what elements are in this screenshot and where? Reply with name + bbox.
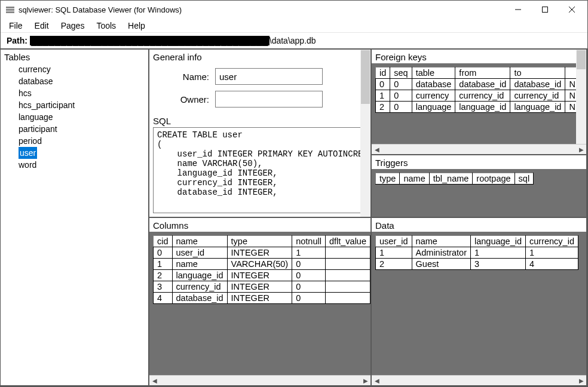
trig-col-sql[interactable]: sql <box>514 173 534 185</box>
data-col-currid[interactable]: currency_id <box>526 236 578 247</box>
fk-col-seq[interactable]: seq <box>390 67 412 79</box>
path-redacted: ████████████████████████████████████████ <box>30 36 270 45</box>
fk-col-from[interactable]: from <box>455 67 510 79</box>
trig-col-name[interactable]: name <box>400 173 429 185</box>
table-item[interactable]: language <box>17 111 146 123</box>
fk-col-to[interactable]: to <box>510 67 565 79</box>
col-type[interactable]: type <box>227 236 292 247</box>
trig-col-rootpage[interactable]: rootpage <box>473 173 514 185</box>
col-name[interactable]: name <box>172 236 227 247</box>
path-tail: \data\app.db <box>270 36 316 45</box>
svg-rect-4 <box>542 7 547 13</box>
sql-label: SQL <box>149 116 370 127</box>
data-heading: Data <box>372 218 586 232</box>
columns-row[interactable]: 3currency_idINTEGER0 <box>154 281 370 293</box>
data-pane: Data user_id name language_id currency_i… <box>372 218 586 385</box>
window-controls <box>504 1 585 19</box>
owner-input[interactable] <box>215 91 323 108</box>
path-label: Path: <box>7 36 27 45</box>
table-item[interactable]: hcs_participant <box>17 99 146 111</box>
app-window: sqlviewer: SQL Database Viewer (for Wind… <box>0 0 588 387</box>
tables-heading: Tables <box>1 50 148 63</box>
fk-vscroll[interactable] <box>576 50 586 144</box>
columns-grid[interactable]: cid name type notnull dflt_value 0user_i… <box>153 235 370 304</box>
fk-row[interactable]: 10currencycurrency_idcurrency_idN <box>376 90 580 102</box>
svg-rect-2 <box>6 11 14 13</box>
columns-pane: Columns cid name type notnull dflt_value… <box>149 218 370 385</box>
fk-row[interactable]: 20languagelanguage_idlanguage_idN <box>376 102 580 113</box>
fk-col-table[interactable]: table <box>412 67 455 79</box>
triggers-heading: Triggers <box>372 155 586 169</box>
table-item[interactable]: hcs <box>17 87 146 99</box>
col-cid[interactable]: cid <box>154 236 173 247</box>
data-hscroll[interactable]: ◀▶ <box>372 375 586 385</box>
sql-text[interactable]: CREATE TABLE user ( user_id INTEGER PRIM… <box>153 127 367 213</box>
fk-triggers-pane: Foreign keys id seq table from to <box>372 50 586 217</box>
triggers-grid[interactable]: type name tbl_name rootpage sql <box>375 173 534 185</box>
owner-label: Owner: <box>167 94 209 105</box>
table-item[interactable]: currency <box>17 63 146 75</box>
col-notnull[interactable]: notnull <box>292 236 326 247</box>
pathbar: Path: ██████████████████████████████████… <box>1 33 587 50</box>
name-label: Name: <box>167 72 209 82</box>
trig-col-type[interactable]: type <box>376 173 400 185</box>
table-item[interactable]: word <box>17 159 146 171</box>
name-input[interactable] <box>215 68 323 85</box>
data-grid[interactable]: user_id name language_id currency_id 1Ad… <box>375 235 578 270</box>
general-info-pane: General info Name: Owner: SQL CREATE TAB… <box>149 50 370 217</box>
menu-edit[interactable]: Edit <box>29 20 55 32</box>
columns-row[interactable]: 1nameVARCHAR(50)0 <box>154 259 370 270</box>
titlebar: sqlviewer: SQL Database Viewer (for Wind… <box>1 1 587 19</box>
window-title: sqlviewer: SQL Database Viewer (for Wind… <box>19 5 504 14</box>
menubar: File Edit Pages Tools Help <box>1 19 587 33</box>
menu-tools[interactable]: Tools <box>90 20 122 32</box>
menu-file[interactable]: File <box>3 20 29 32</box>
col-dflt[interactable]: dflt_value <box>325 236 370 247</box>
app-icon <box>5 5 15 14</box>
menu-help[interactable]: Help <box>122 20 151 32</box>
close-button[interactable] <box>558 1 585 19</box>
maximize-button[interactable] <box>531 1 558 19</box>
data-col-name[interactable]: name <box>412 236 470 247</box>
workspace: Tables currency database hcs hcs_partici… <box>1 50 587 386</box>
data-row[interactable]: 1Administrator11 <box>376 247 578 259</box>
table-item-selected[interactable]: user <box>19 147 37 159</box>
general-heading: General info <box>149 50 370 63</box>
table-item[interactable]: database <box>17 75 146 87</box>
data-row[interactable]: 2Guest34 <box>376 259 578 270</box>
columns-hscroll[interactable]: ◀▶ <box>149 375 370 385</box>
fk-row[interactable]: 00databasedatabase_iddatabase_idN <box>376 79 580 90</box>
menu-pages[interactable]: Pages <box>55 20 91 32</box>
fk-grid[interactable]: id seq table from to 00databasedatabase_… <box>375 67 580 113</box>
fk-hscroll[interactable]: ◀▶ <box>372 144 586 154</box>
columns-row[interactable]: 4database_idINTEGER0 <box>154 293 370 304</box>
data-col-langid[interactable]: language_id <box>470 236 525 247</box>
minimize-button[interactable] <box>504 1 531 19</box>
fk-col-id[interactable]: id <box>376 67 390 79</box>
tables-pane: Tables currency database hcs hcs_partici… <box>1 50 148 385</box>
columns-row[interactable]: 2language_idINTEGER0 <box>154 270 370 281</box>
data-col-userid[interactable]: user_id <box>376 236 412 247</box>
columns-row[interactable]: 0user_idINTEGER1 <box>154 247 370 259</box>
table-item[interactable]: participant <box>17 123 146 135</box>
table-item[interactable]: period <box>17 135 146 147</box>
columns-heading: Columns <box>149 218 370 232</box>
svg-rect-0 <box>6 7 14 8</box>
svg-rect-1 <box>6 9 14 11</box>
trig-col-tblname[interactable]: tbl_name <box>429 173 473 185</box>
info-scrollbar[interactable] <box>360 50 370 217</box>
tables-list[interactable]: currency database hcs hcs_participant la… <box>1 63 148 385</box>
fk-heading: Foreign keys <box>372 50 586 63</box>
